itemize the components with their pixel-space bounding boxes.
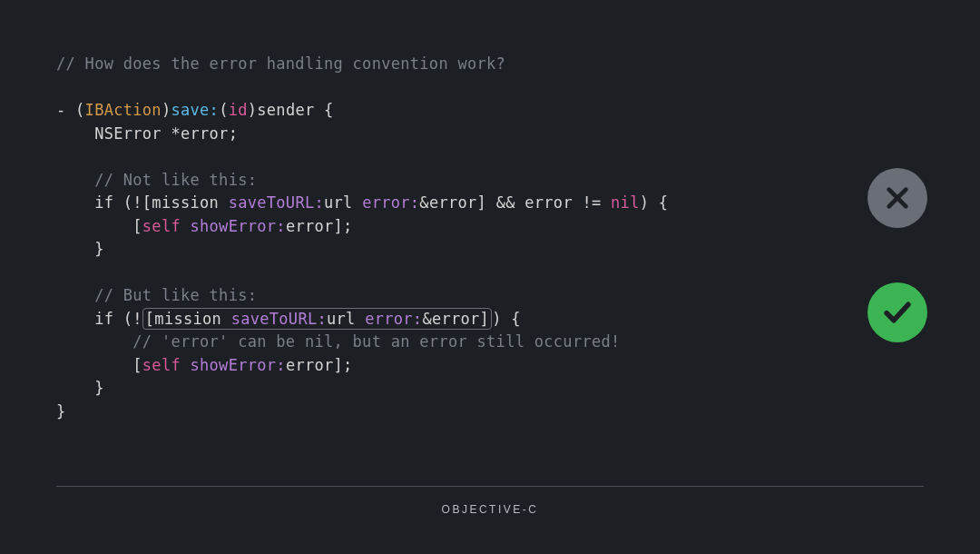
if-correct-line: if (![mission saveToURL:url error:&error… bbox=[56, 308, 521, 330]
footer-divider bbox=[56, 486, 924, 487]
highlighted-expression: [mission saveToURL:url error:&error] bbox=[142, 308, 492, 330]
footer: OBJECTIVE-C bbox=[56, 486, 924, 516]
code-block: // How does the error handling conventio… bbox=[0, 0, 980, 423]
method-decl-line: - (IBAction)save:(id)sender { bbox=[56, 101, 334, 119]
comment-error-nil: // 'error' can be nil, but an error stil… bbox=[56, 332, 621, 351]
check-icon bbox=[867, 282, 927, 342]
nserror-line: NSError *error; bbox=[56, 124, 238, 143]
show-error-line-1: [self showError:error]; bbox=[56, 217, 353, 235]
show-error-line-2: [self showError:error]; bbox=[56, 356, 353, 374]
comment-header: // How does the error handling conventio… bbox=[56, 54, 505, 73]
brace-2: } bbox=[56, 379, 104, 397]
comment-but-like: // But like this: bbox=[56, 286, 257, 304]
cross-icon bbox=[867, 168, 927, 228]
brace-1: } bbox=[56, 240, 104, 258]
brace-end: } bbox=[56, 402, 66, 420]
code-pre: // How does the error handling conventio… bbox=[56, 53, 924, 423]
comment-not-like: // Not like this: bbox=[56, 171, 257, 189]
language-label: OBJECTIVE-C bbox=[56, 503, 924, 516]
if-wrong-line: if (![mission saveToURL:url error:&error… bbox=[56, 193, 668, 212]
